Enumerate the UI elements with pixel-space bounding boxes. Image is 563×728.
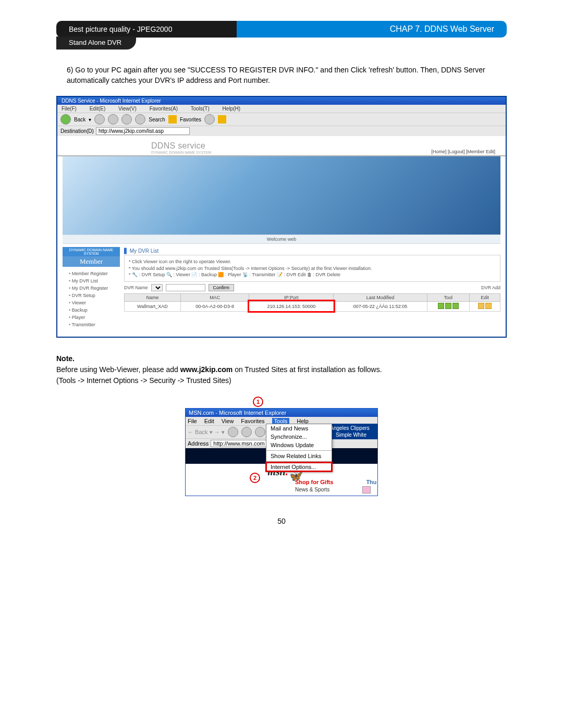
menu-tools[interactable]: Tools(T) (191, 106, 210, 112)
side-item[interactable]: Viewer (65, 299, 118, 306)
menu-view[interactable]: View (222, 418, 234, 424)
strip-line: s Angeles Clippers (326, 425, 376, 431)
menu-edit[interactable]: Edit (204, 418, 214, 424)
cell-name: Wallmart_XAD (125, 301, 181, 311)
addr-url[interactable]: http://www.msn.com (211, 440, 267, 447)
side-item[interactable]: DVR Setup (65, 292, 118, 299)
confirm-button[interactable]: Confirm (209, 284, 235, 291)
folder-icon[interactable] (218, 115, 226, 124)
pink-box-icon (362, 486, 371, 493)
refresh-icon[interactable] (121, 114, 132, 125)
back-icon[interactable] (60, 114, 71, 125)
filter-label: DVR Name (124, 285, 148, 290)
stop-icon[interactable] (228, 427, 238, 437)
note-heading: Note. (56, 353, 507, 364)
strip-line: Simple White (326, 431, 376, 438)
menu-file[interactable]: File(F) (62, 106, 77, 112)
menu-fav[interactable]: Favorites (241, 418, 264, 424)
doc-header: Best picture quality - JPEG2000 CHAP 7. … (56, 21, 507, 38)
ie1-toolbar: Back ▾ Search Favorites (57, 113, 506, 126)
note-line2: (Tools -> Internet Options -> Security -… (56, 375, 507, 386)
th-name: Name (125, 293, 181, 301)
cell-modified: 007-05-22 ¿ÀÀü 11:52:05 (334, 301, 427, 311)
side-panel: DYNAMIC DOMAIN NAME SYSTEM Member Member… (63, 247, 120, 331)
back-label[interactable]: Back (74, 117, 85, 122)
msn-sub: Shop for Gifts Thu (186, 479, 377, 486)
dvr-add-link[interactable]: DVR Add (481, 285, 500, 290)
step-text: 6) Go to your PC again after you see "SU… (67, 65, 507, 85)
tools-dropdown: Mail and News Synchronize... Windows Upd… (266, 424, 332, 472)
msn-sub2: News & Sports (186, 486, 377, 496)
dropdown-item[interactable]: Show Related Links (266, 452, 332, 460)
hint-line: * 🔧 : DVR Setup 🔍 : Viewer 📄 : Backup 🟧 … (129, 272, 496, 278)
dropdown-separator (266, 450, 332, 451)
cell-ipport: 210.126.14.153: 50000 (249, 301, 334, 311)
side-head-small: DYNAMIC DOMAIN NAME SYSTEM (63, 247, 120, 256)
menu-help[interactable]: Help(H) (223, 106, 240, 112)
addr-label: Destination(D) (60, 128, 94, 134)
side-item[interactable]: Backup (65, 306, 118, 314)
th-modified: Last Modified (334, 293, 427, 301)
ie-window-ddns: DDNS Service - Microsoft Internet Explor… (56, 96, 507, 338)
ddns-page: DDNS service DYNAMIC DOMAIN NAME SYSTEM … (57, 136, 506, 337)
ie1-menubar: File(F) Edit(E) View(V) Favorites(A) Too… (57, 105, 506, 113)
addr-label: Address (188, 440, 209, 447)
main-panel: My DVR List * Click Viewer icon on the r… (124, 247, 500, 331)
side-item[interactable]: Player (65, 314, 118, 321)
menu-fav[interactable]: Favorites(A) (150, 106, 178, 112)
shop-link[interactable]: Shop for Gifts (295, 479, 333, 485)
ddns-title: DDNS service (151, 141, 211, 151)
ddns-links[interactable]: [Home] [Logout] [Member Edit] (431, 149, 495, 154)
th-ipport: IP:Port (249, 293, 334, 301)
refresh-icon[interactable] (241, 427, 252, 437)
media-icon[interactable] (204, 114, 215, 125)
note-line1c: on Trusted Sites at first installation a… (235, 365, 382, 374)
table-row: Wallmart_XAD 00-0A-A2-00-D3-8 210.126.14… (125, 301, 500, 311)
addr-url[interactable]: http://www.j2kip.com/list.asp (96, 127, 190, 135)
note-domain: www.j2kip.com (180, 365, 233, 374)
callout-1: 1 (253, 397, 263, 407)
note-line1a: Before using Web-Viewer, please add (56, 365, 180, 374)
page-number: 50 (56, 517, 507, 525)
dropdown-item[interactable]: Synchronize... (266, 433, 332, 441)
cell-edit[interactable] (469, 301, 500, 311)
side-item[interactable]: Transmitter (65, 321, 118, 328)
stop-icon[interactable] (108, 114, 118, 125)
search-label[interactable]: Search (149, 117, 165, 122)
favorites-label[interactable]: Favorites (180, 117, 201, 122)
menu-edit[interactable]: Edit(E) (90, 106, 106, 112)
ddns-banner-image (63, 156, 500, 235)
back-label: ← Back ▾ → ▾ (188, 429, 225, 436)
menu-file[interactable]: File (188, 418, 197, 424)
ie-window-msn: MSN.com - Microsoft Internet Explorer Fi… (185, 408, 378, 496)
dropdown-item[interactable]: Windows Update (266, 441, 332, 449)
cell-tool[interactable] (427, 301, 469, 311)
ddns-subtitle: DYNAMIC DOMAIN NAME SYSTEM (151, 151, 211, 154)
news-link[interactable]: News & Sports (295, 487, 329, 492)
filter-input[interactable] (166, 284, 205, 291)
filter-select[interactable] (151, 284, 163, 291)
panel-title: My DVR List (124, 247, 500, 255)
side-head-title: Member (63, 256, 120, 267)
msn-right-strip: s Angeles Clippers Simple White (324, 424, 378, 439)
th-edit: Edit (469, 293, 500, 301)
thu-label: Thu (366, 479, 376, 485)
side-item[interactable]: Member Register (65, 270, 118, 277)
ie1-titlebar: DDNS Service - Microsoft Internet Explor… (57, 97, 506, 105)
dropdown-internet-options[interactable]: Internet Options... (266, 463, 332, 471)
favorites-star-icon[interactable] (168, 115, 177, 124)
side-item[interactable]: My DVR List (65, 277, 118, 285)
home-icon[interactable] (135, 114, 145, 125)
dropdown-separator (266, 461, 332, 462)
forward-icon[interactable] (94, 114, 105, 125)
hint-line: * You should add www.j2kip.com on Truste… (129, 265, 496, 272)
side-item[interactable]: My DVR Register (65, 285, 118, 292)
header-sub: Stand Alone DVR (56, 36, 136, 50)
ie2-titlebar: MSN.com - Microsoft Internet Explorer (186, 409, 377, 417)
dropdown-item[interactable]: Mail and News (266, 424, 332, 433)
cell-mac: 00-0A-A2-00-D3-8 (180, 301, 249, 311)
header-left: Best picture quality - JPEG2000 (56, 25, 249, 33)
menu-view[interactable]: View(V) (118, 106, 137, 112)
th-mac: MAC (180, 293, 249, 301)
home-icon[interactable] (255, 427, 265, 437)
